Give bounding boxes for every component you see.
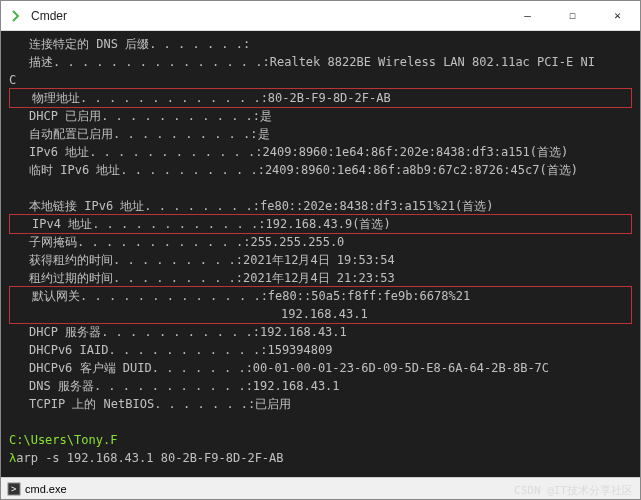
- dns-server-label: DNS 服务器: [29, 377, 94, 395]
- dns-server-value: 192.168.43.1: [253, 377, 340, 395]
- app-icon: [9, 8, 25, 24]
- gateway-value2: 192.168.43.1: [281, 305, 368, 323]
- description-value: Realtek 8822BE Wireless LAN 802.11ac PCI…: [270, 53, 595, 71]
- link-ipv6-value: fe80::202e:8438:df3:a151%21(首选): [260, 197, 494, 215]
- ipv6-label: IPv6 地址: [29, 143, 89, 161]
- phys-addr-label: 物理地址: [32, 89, 80, 107]
- dhcpv6-iaid-value: 159394809: [267, 341, 332, 359]
- netbios-label: TCPIP 上的 NetBIOS: [29, 395, 154, 413]
- titlebar: Cmder — ☐ ✕: [1, 1, 640, 31]
- svg-text:>: >: [11, 484, 16, 494]
- dhcpv6-duid-label: DHCPv6 客户端 DUID: [29, 359, 152, 377]
- gateway-label: 默认网关: [32, 287, 80, 305]
- c-char: C: [9, 71, 16, 89]
- temp-ipv6-label: 临时 IPv6 地址: [29, 161, 120, 179]
- app-window: Cmder — ☐ ✕ 连接特定的 DNS 后缀 . . . . . . . :…: [0, 0, 641, 500]
- dhcpv6-iaid-label: DHCPv6 IAID: [29, 341, 108, 359]
- ipv4-value: 192.168.43.9(首选): [266, 215, 391, 233]
- autoconf-label: 自动配置已启用: [29, 125, 113, 143]
- maximize-button[interactable]: ☐: [550, 1, 595, 31]
- gateway-value1: fe80::50a5:f8ff:fe9b:6678%21: [268, 287, 470, 305]
- dhcp-server-value: 192.168.43.1: [260, 323, 347, 341]
- lease-obtained-value: 2021年12月4日 19:53:54: [243, 251, 395, 269]
- ipv4-address-row: IPv4 地址 . . . . . . . . . . . . : 192.16…: [9, 214, 632, 234]
- netbios-value: 已启用: [255, 395, 291, 413]
- ipv4-label: IPv4 地址: [32, 215, 92, 233]
- window-title: Cmder: [31, 9, 505, 23]
- subnet-value: 255.255.255.0: [250, 233, 344, 251]
- lease-expires-value: 2021年12月4日 21:23:53: [243, 269, 395, 287]
- description-label: 描述: [29, 53, 53, 71]
- watermark: CSDN @IT技术分享社区: [514, 483, 633, 498]
- prompt-lambda-1: λ: [9, 449, 16, 467]
- window-controls: — ☐ ✕: [505, 1, 640, 31]
- temp-ipv6-value: 2409:8960:1e64:86f:a8b9:67c2:8726:45c7(首…: [265, 161, 578, 179]
- dhcp-enabled-value: 是: [260, 107, 272, 125]
- gateway-box: 默认网关. . . . . . . . . . . . . : fe80::50…: [9, 286, 632, 324]
- subnet-label: 子网掩码: [29, 233, 77, 251]
- terminal-output[interactable]: 连接特定的 DNS 后缀 . . . . . . . : 描述. . . . .…: [1, 31, 640, 477]
- command-input[interactable]: arp -s 192.168.43.1 80-2B-F9-8D-2F-AB: [16, 449, 283, 467]
- cmd-icon: >: [7, 482, 21, 496]
- dhcp-server-label: DHCP 服务器: [29, 323, 101, 341]
- dhcpv6-duid-value: 00-01-00-01-23-6D-09-5D-E8-6A-64-2B-8B-7…: [253, 359, 549, 377]
- physical-address-row: 物理地址. . . . . . . . . . . . . : 80-2B-F9…: [9, 88, 632, 108]
- dhcp-enabled-label: DHCP 已启用: [29, 107, 101, 125]
- status-tab-label[interactable]: cmd.exe: [25, 483, 67, 495]
- phys-addr-value: 80-2B-F9-8D-2F-AB: [268, 89, 391, 107]
- close-button[interactable]: ✕: [595, 1, 640, 31]
- lease-obtained-label: 获得租约的时间: [29, 251, 113, 269]
- link-ipv6-label: 本地链接 IPv6 地址: [29, 197, 144, 215]
- dns-suffix-label: 连接特定的 DNS 后缀: [29, 35, 149, 53]
- prompt-path-1: C:\Users\Tony.F: [9, 431, 117, 449]
- ipv6-value: 2409:8960:1e64:86f:202e:8438:df3:a151(首选…: [263, 143, 569, 161]
- minimize-button[interactable]: —: [505, 1, 550, 31]
- autoconf-value: 是: [258, 125, 270, 143]
- lease-expires-label: 租约过期的时间: [29, 269, 113, 287]
